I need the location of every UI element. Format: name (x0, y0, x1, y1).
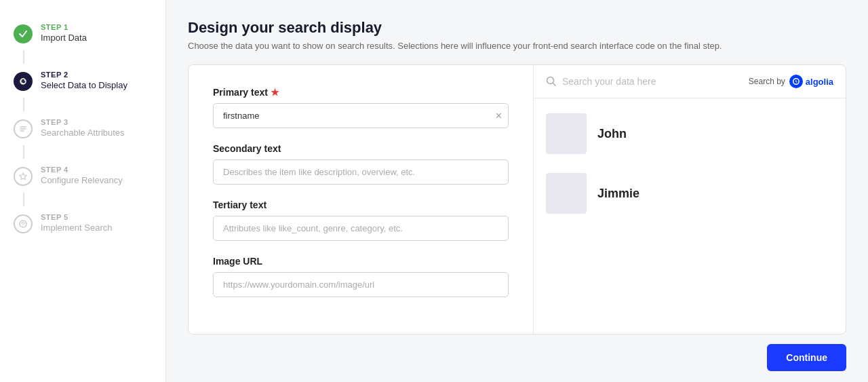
step3-text: Step 3 Searchable Attributes (41, 118, 125, 138)
secondary-text-input[interactable] (213, 159, 509, 185)
result-name-1: Jimmie (597, 187, 639, 201)
step5-text: Step 5 Implement Search (41, 213, 113, 233)
step2-name: Select Data to Display (41, 80, 127, 90)
search-bar: Search your data here Search by algolia (534, 65, 846, 98)
primary-text-input-wrapper: × (213, 103, 509, 128)
page-title: Design your search display (188, 19, 846, 37)
image-url-label: Image URL (213, 256, 509, 267)
step2-text: Step 2 Select Data to Display (41, 71, 127, 90)
page-subtitle: Choose the data you want to show on sear… (188, 41, 846, 51)
main-content: Design your search display Choose the da… (166, 0, 868, 382)
tertiary-text-label: Tertiary text (213, 199, 509, 210)
algolia-icon (789, 75, 803, 88)
sidebar-item-step1[interactable]: Step 1 Import Data (0, 16, 165, 50)
result-name-0: John (597, 127, 627, 141)
result-item-0: John (546, 107, 833, 161)
form-panel: Primary text ★ × Secondary text Tertiary… (189, 65, 534, 334)
footer: Continue (188, 335, 846, 371)
result-item-1: Jimmie (546, 166, 833, 221)
step4-name: Configure Relevancy (41, 175, 123, 185)
result-thumb-0 (546, 113, 587, 154)
algolia-logo: algolia (789, 75, 833, 88)
step2-icon (14, 72, 33, 91)
sidebar-item-step4[interactable]: Step 4 Configure Relevancy (0, 159, 165, 193)
secondary-text-label: Secondary text (213, 143, 509, 154)
svg-line-9 (553, 83, 556, 86)
step5-label: Step 5 (41, 213, 113, 221)
primary-text-input[interactable] (213, 103, 509, 128)
sidebar-item-step3[interactable]: Step 3 Searchable Attributes (0, 111, 165, 145)
result-thumb-1 (546, 173, 587, 214)
step5-name: Implement Search (41, 223, 113, 233)
step4-label: Step 4 (41, 166, 123, 174)
step1-label: Step 1 (41, 23, 87, 31)
step3-name: Searchable Attributes (41, 128, 125, 138)
connector-4-5 (23, 193, 24, 206)
required-star: ★ (271, 87, 279, 98)
step1-name: Import Data (41, 33, 87, 43)
step4-text: Step 4 Configure Relevancy (41, 166, 123, 185)
search-placeholder: Search your data here (562, 76, 749, 87)
preview-panel: Search your data here Search by algolia (534, 65, 846, 334)
search-icon (546, 76, 557, 87)
primary-text-group: Primary text ★ × (213, 87, 509, 128)
step3-icon (14, 119, 33, 138)
tertiary-text-input[interactable] (213, 216, 509, 241)
image-url-group: Image URL (213, 256, 509, 297)
step3-label: Step 3 (41, 118, 125, 126)
search-by-label: Search by algolia (749, 75, 833, 88)
continue-button[interactable]: Continue (767, 344, 846, 371)
step1-text: Step 1 Import Data (41, 23, 87, 43)
connector-2-3 (23, 98, 24, 111)
step1-icon (14, 24, 33, 43)
secondary-text-group: Secondary text (213, 143, 509, 185)
primary-text-label: Primary text ★ (213, 87, 509, 98)
panels: Primary text ★ × Secondary text Tertiary… (188, 64, 846, 335)
sidebar-item-step5[interactable]: Step 5 Implement Search (0, 206, 165, 240)
sidebar-item-step2[interactable]: Step 2 Select Data to Display (0, 64, 165, 98)
step4-icon (14, 167, 33, 186)
connector-3-4 (23, 145, 24, 159)
image-url-input[interactable] (213, 272, 509, 297)
connector-1-2 (23, 50, 24, 64)
sidebar: Step 1 Import Data Step 2 Select Data to… (0, 0, 166, 382)
tertiary-text-group: Tertiary text (213, 199, 509, 241)
step5-icon (14, 214, 33, 233)
primary-text-clear-button[interactable]: × (496, 111, 502, 121)
results-list: John Jimmie (534, 98, 846, 229)
step2-label: Step 2 (41, 71, 127, 79)
svg-point-2 (24, 80, 25, 81)
svg-point-1 (21, 80, 22, 81)
